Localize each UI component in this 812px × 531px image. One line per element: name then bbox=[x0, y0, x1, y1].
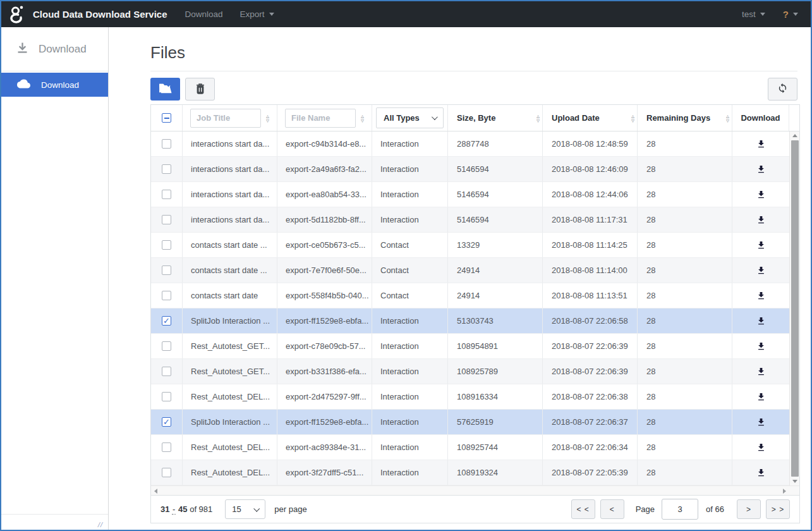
cell-file-name: export-2d475297-9ff... bbox=[277, 384, 372, 409]
download-file-button[interactable] bbox=[756, 266, 766, 275]
sort-remaining-days-icon[interactable] bbox=[726, 114, 729, 123]
cell-download bbox=[732, 460, 789, 485]
row-checkbox-cell bbox=[151, 233, 183, 257]
refresh-button[interactable] bbox=[768, 78, 797, 101]
cell-file-name: export-ea80ab54-33... bbox=[277, 182, 372, 207]
row-checkbox[interactable] bbox=[162, 442, 171, 452]
cell-remaining-days: 28 bbox=[638, 460, 732, 485]
next-page-button[interactable]: > bbox=[737, 499, 761, 519]
file-name-filter-input[interactable] bbox=[285, 109, 356, 128]
cell-size: 108925789 bbox=[448, 359, 543, 384]
row-checkbox[interactable] bbox=[162, 367, 171, 376]
row-checkbox-cell bbox=[151, 410, 183, 434]
cell-download bbox=[732, 435, 789, 460]
last-page-button[interactable]: > > bbox=[766, 499, 790, 519]
scroll-left-button[interactable] bbox=[154, 489, 157, 494]
download-file-button[interactable] bbox=[756, 367, 766, 376]
cell-size: 51303743 bbox=[448, 308, 543, 333]
row-checkbox[interactable] bbox=[162, 164, 171, 174]
row-checkbox[interactable] bbox=[162, 341, 171, 351]
table-body: interactions start da... export-c94b314d… bbox=[151, 131, 799, 485]
download-icon bbox=[756, 468, 766, 477]
user-menu[interactable]: test bbox=[742, 9, 765, 19]
first-page-button[interactable]: < < bbox=[571, 499, 595, 519]
row-checkbox[interactable] bbox=[162, 215, 171, 224]
type-filter-select[interactable]: All Types bbox=[376, 107, 444, 128]
row-checkbox[interactable] bbox=[162, 266, 171, 275]
download-file-button[interactable] bbox=[756, 468, 766, 477]
prev-page-button[interactable]: < bbox=[600, 499, 624, 519]
row-checkbox[interactable] bbox=[162, 291, 171, 300]
cell-remaining-days: 28 bbox=[638, 308, 732, 333]
sort-size-icon[interactable] bbox=[536, 114, 540, 123]
row-checkbox[interactable] bbox=[162, 190, 171, 199]
download-icon bbox=[756, 417, 766, 427]
cell-remaining-days: 28 bbox=[638, 207, 732, 232]
scroll-right-button[interactable] bbox=[783, 489, 786, 494]
cell-job-title: Rest_Autotest_GET... bbox=[183, 334, 277, 358]
job-title-filter-input[interactable] bbox=[190, 109, 261, 128]
sidebar: Download Download // bbox=[1, 27, 109, 530]
sort-job-title-icon[interactable] bbox=[266, 114, 269, 123]
vertical-scrollbar[interactable] bbox=[789, 131, 799, 485]
select-all-checkbox[interactable] bbox=[162, 113, 171, 123]
nav-item-export[interactable]: Export bbox=[240, 9, 274, 19]
download-file-button[interactable] bbox=[756, 341, 766, 351]
download-file-button[interactable] bbox=[756, 316, 766, 326]
sort-upload-date-icon[interactable] bbox=[631, 114, 634, 123]
download-file-button[interactable] bbox=[756, 215, 766, 224]
table-row: SplitJob Interaction ... export-ff1529e8… bbox=[151, 308, 789, 334]
page-size-select[interactable]: 15 bbox=[225, 499, 265, 519]
download-file-button[interactable] bbox=[756, 240, 766, 250]
cell-remaining-days: 28 bbox=[638, 283, 732, 308]
help-icon: ? bbox=[783, 9, 789, 20]
delete-button[interactable] bbox=[185, 78, 215, 101]
table-row: interactions start da... export-c94b314d… bbox=[151, 131, 789, 157]
cell-size: 2887748 bbox=[448, 131, 543, 156]
cell-download bbox=[732, 283, 789, 308]
cloud-icon bbox=[17, 79, 30, 90]
genesys-logo-icon bbox=[9, 5, 25, 23]
row-checkbox-cell bbox=[151, 157, 183, 181]
cell-job-title: contacts start date bbox=[183, 283, 277, 308]
cell-upload-date: 2018-08-08 11:14:25 bbox=[543, 233, 638, 257]
row-checkbox[interactable] bbox=[162, 392, 171, 401]
download-file-button[interactable] bbox=[756, 164, 766, 174]
pager: < < < Page of 66 > > > bbox=[566, 499, 790, 520]
row-checkbox[interactable] bbox=[162, 139, 171, 149]
cell-job-title: interactions start da... bbox=[183, 131, 277, 156]
horizontal-scrollbar[interactable] bbox=[151, 485, 799, 495]
download-file-button[interactable] bbox=[756, 190, 766, 199]
cell-file-name: export-ff1529e8-ebfa... bbox=[277, 410, 372, 434]
sidebar-section-download[interactable]: Download bbox=[1, 27, 108, 71]
sidebar-resize-handle[interactable]: // bbox=[97, 521, 104, 528]
download-file-button[interactable] bbox=[756, 442, 766, 452]
cell-type: Interaction bbox=[372, 182, 448, 207]
bulk-download-button[interactable] bbox=[150, 78, 180, 101]
download-file-button[interactable] bbox=[756, 291, 766, 300]
cell-upload-date: 2018-08-08 12:46:09 bbox=[543, 157, 638, 181]
scroll-down-button[interactable] bbox=[790, 477, 799, 485]
help-menu[interactable]: ? bbox=[783, 9, 798, 20]
row-checkbox[interactable] bbox=[162, 468, 171, 477]
cell-download bbox=[732, 384, 789, 409]
download-icon bbox=[756, 291, 766, 300]
download-file-button[interactable] bbox=[756, 139, 766, 149]
sort-file-name-icon[interactable] bbox=[361, 114, 364, 123]
vertical-scrollbar-thumb[interactable] bbox=[791, 140, 799, 477]
download-file-button[interactable] bbox=[756, 392, 766, 401]
row-checkbox[interactable] bbox=[162, 417, 171, 427]
download-file-button[interactable] bbox=[756, 417, 766, 427]
cell-download bbox=[732, 359, 789, 384]
sidebar-item-download-active[interactable]: Download bbox=[1, 73, 108, 97]
page-number-input[interactable] bbox=[662, 499, 698, 520]
chevron-down-icon bbox=[793, 13, 798, 16]
nav-item-download[interactable]: Download bbox=[185, 9, 223, 19]
cell-remaining-days: 28 bbox=[638, 384, 732, 409]
chevron-down-icon bbox=[254, 506, 260, 512]
header-job-title bbox=[183, 105, 277, 131]
scroll-up-button[interactable] bbox=[790, 131, 799, 140]
row-checkbox[interactable] bbox=[162, 240, 171, 250]
header-type: All Types bbox=[372, 105, 448, 131]
row-checkbox[interactable] bbox=[162, 316, 171, 326]
